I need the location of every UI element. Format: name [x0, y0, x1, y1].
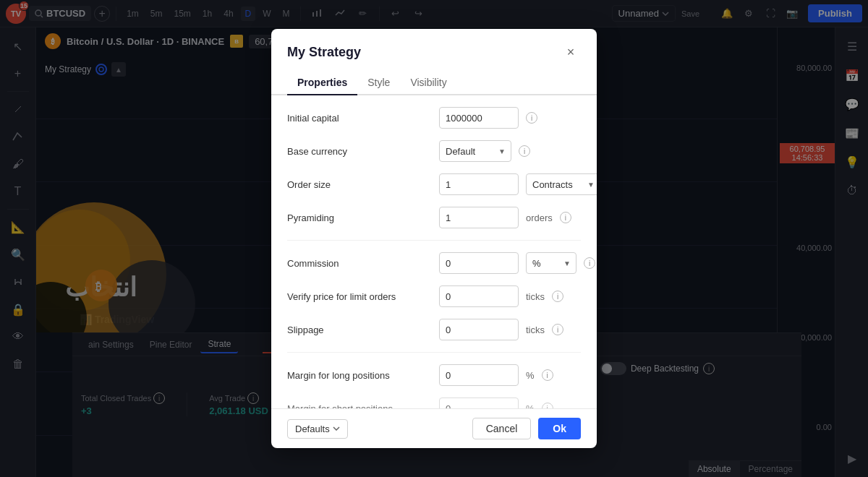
modal-close-button[interactable]: ×: [561, 42, 581, 62]
footer-buttons: Cancel Ok: [472, 418, 581, 439]
pyramiding-input[interactable]: [439, 207, 519, 228]
verify-price-unit: ticks: [526, 291, 545, 302]
defaults-chevron-icon: [333, 426, 340, 431]
form-divider1: [287, 240, 581, 241]
slippage-unit: ticks: [526, 325, 545, 335]
slippage-input[interactable]: [439, 319, 519, 340]
margin-long-unit: %: [526, 370, 535, 381]
form-divider2: [287, 352, 581, 353]
slippage-info-icon[interactable]: i: [552, 324, 563, 335]
ok-button[interactable]: Ok: [538, 418, 581, 439]
verify-price-input[interactable]: [439, 285, 519, 307]
order-size-input[interactable]: [439, 173, 519, 195]
cancel-button[interactable]: Cancel: [472, 418, 532, 439]
commission-unit-wrapper: % USD ▼: [526, 252, 576, 274]
modal-body: Initial capital i Base currency Default …: [271, 95, 597, 408]
order-size-row: Order size Contracts % of equity USD ▼ i: [287, 173, 581, 195]
initial-capital-row: Initial capital i: [287, 107, 581, 129]
margin-short-row: Margin for short positions % i: [287, 398, 581, 408]
pyramiding-row: Pyramiding orders i: [287, 207, 581, 228]
margin-long-row: Margin for long positions % i: [287, 364, 581, 386]
modal-title: My Strategy: [287, 45, 361, 60]
base-currency-info-icon[interactable]: i: [519, 145, 530, 157]
margin-short-label: Margin for short positions: [287, 403, 432, 409]
initial-capital-input[interactable]: [439, 107, 519, 129]
commission-unit-select[interactable]: % USD: [526, 252, 576, 274]
pyramiding-label: Pyramiding: [287, 212, 432, 223]
modal-header: My Strategy ×: [271, 29, 597, 69]
margin-short-input[interactable]: [439, 398, 519, 408]
slippage-row: Slippage ticks i: [287, 319, 581, 340]
base-currency-label: Base currency: [287, 146, 432, 157]
commission-input[interactable]: [439, 252, 519, 274]
commission-label: Commission: [287, 258, 432, 269]
defaults-label: Defaults: [295, 424, 330, 434]
verify-price-info-icon[interactable]: i: [552, 291, 563, 302]
verify-price-label: Verify price for limit orders: [287, 291, 432, 302]
tab-style[interactable]: Style: [357, 71, 400, 95]
verify-price-row: Verify price for limit orders ticks i: [287, 285, 581, 307]
defaults-dropdown[interactable]: Defaults: [287, 419, 348, 439]
order-size-label: Order size: [287, 179, 432, 190]
base-currency-row: Base currency Default USD BTC ▼ i: [287, 140, 581, 162]
initial-capital-label: Initial capital: [287, 113, 432, 124]
commission-row: Commission % USD ▼ i: [287, 252, 581, 274]
margin-long-label: Margin for long positions: [287, 370, 432, 381]
margin-long-info-icon[interactable]: i: [542, 369, 553, 381]
base-currency-select-wrapper: Default USD BTC ▼: [439, 140, 511, 162]
modal-overlay: My Strategy × Properties Style Visibilit…: [0, 0, 868, 477]
pyramiding-unit: orders: [526, 212, 553, 223]
margin-short-unit: %: [526, 403, 535, 409]
tab-properties[interactable]: Properties: [287, 71, 357, 95]
order-size-unit-select[interactable]: Contracts % of equity USD: [526, 173, 597, 195]
my-strategy-modal: My Strategy × Properties Style Visibilit…: [271, 29, 597, 448]
pyramiding-info-icon[interactable]: i: [560, 212, 571, 223]
initial-capital-info-icon[interactable]: i: [526, 112, 537, 124]
modal-tabs: Properties Style Visibility: [271, 69, 597, 95]
base-currency-select[interactable]: Default USD BTC: [439, 140, 511, 162]
order-size-unit-wrapper: Contracts % of equity USD ▼: [526, 173, 597, 195]
tab-visibility[interactable]: Visibility: [400, 71, 456, 95]
modal-footer: Defaults Cancel Ok: [271, 408, 597, 448]
commission-info-icon[interactable]: i: [584, 257, 595, 269]
slippage-label: Slippage: [287, 325, 432, 335]
margin-short-info-icon[interactable]: i: [542, 403, 553, 408]
margin-long-input[interactable]: [439, 364, 519, 386]
